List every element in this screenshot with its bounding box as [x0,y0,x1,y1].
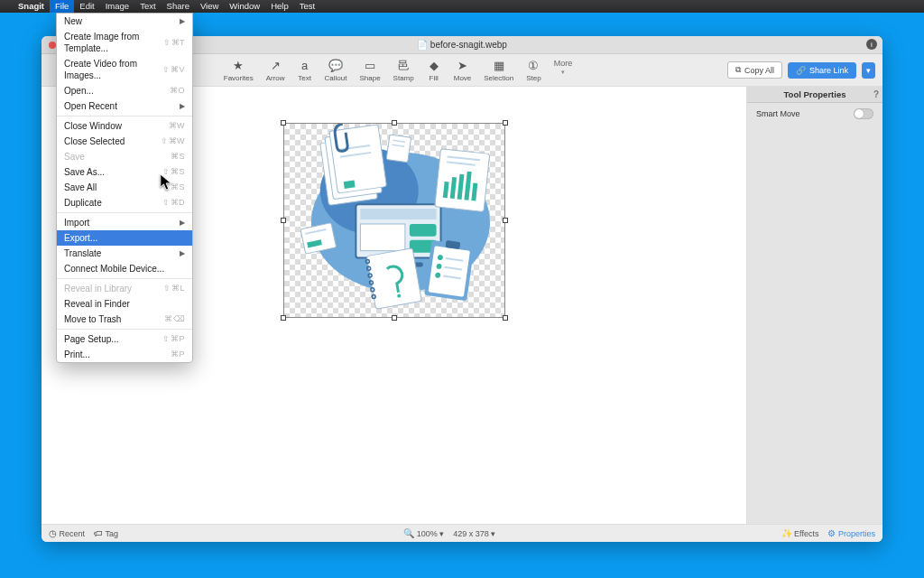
dimensions-label: 429 x 378 ▾ [453,529,495,538]
menubar-app-name[interactable]: Snagit [13,0,50,13]
resize-handle[interactable] [281,315,286,321]
properties-panel: Tool Properties ? Smart Move [747,87,882,524]
tool-fill[interactable]: ◆Fill [427,59,441,82]
svg-rect-3 [360,209,436,219]
tool-favorites[interactable]: ★Favorites [224,59,254,82]
resize-handle[interactable] [503,315,508,321]
tag-icon: 🏷 [94,528,103,538]
share-link-caret[interactable]: ▾ [862,62,875,79]
file-menu-create-image-from-template[interactable]: Create Image from Template...⇧⌘T [57,29,192,56]
svg-rect-11 [328,125,386,193]
magnify-icon: 🔍 [403,528,414,538]
selection-icon: ▦ [492,59,506,73]
svg-rect-4 [360,224,405,251]
status-bar: ◷ Recent 🏷 Tag 🔍 100% ▾ 429 x 378 ▾ ✨ Ef… [42,524,882,542]
menubar-item-help[interactable]: Help [265,0,294,13]
tool-callout[interactable]: 💬Callout [325,59,347,82]
svg-rect-24 [428,246,469,297]
smart-move-toggle[interactable] [854,108,873,119]
gear-icon: ⚙ [827,528,836,538]
menubar-item-text[interactable]: Text [134,0,161,13]
file-menu-save-all[interactable]: Save All⌃⌘S [57,180,192,195]
file-menu-dropdown[interactable]: New▶Create Image from Template...⇧⌘TCrea… [56,13,193,363]
copy-icon: ⧉ [735,65,741,75]
tool-more[interactable]: More▾ [554,59,573,76]
stamp-icon: ⾢ [396,59,411,73]
svg-rect-32 [366,248,421,309]
file-menu-page-setup[interactable]: Page Setup...⇧⌘P [57,331,192,347]
tool-stamp[interactable]: ⾢Stamp [393,59,414,82]
file-menu-new[interactable]: New▶ [57,14,192,29]
tool-shape[interactable]: ▭Shape [359,59,380,82]
resize-handle[interactable] [281,218,286,223]
window-title: 📄 before-snagit.webp [417,40,507,50]
file-menu-export[interactable]: Export... [57,230,192,246]
tool-selection[interactable]: ▦Selection [484,59,513,82]
copy-all-button[interactable]: ⧉Copy All [727,61,782,79]
file-menu-reveal-in-finder[interactable]: Reveal in Finder [57,296,192,312]
file-menu-save-as[interactable]: Save As...⇧⌘S [57,164,192,180]
shape-icon: ▭ [363,59,377,73]
fill-icon: ◆ [427,59,441,73]
document-image [284,124,504,317]
text-icon: a [298,59,312,73]
link-icon: 🔗 [796,66,806,75]
recent-button[interactable]: ◷ Recent [49,528,85,538]
properties-header: Tool Properties ? [747,87,882,103]
svg-rect-12 [343,181,355,190]
tool-arrow[interactable]: ↗Arrow [266,59,285,82]
resize-helalthough-handle[interactable] [392,120,397,126]
file-menu-duplicate[interactable]: Duplicate⇧⌘D [57,195,192,210]
callout-icon: 💬 [328,59,343,73]
resize-handle[interactable] [503,218,508,223]
effects-button[interactable]: ✨ Effects [781,528,819,538]
clock-icon: ◷ [49,528,57,538]
file-menu-close-window[interactable]: Close Window⌘W [57,118,192,134]
menubar-item-test[interactable]: Test [294,0,320,13]
zoom-control[interactable]: 🔍 100% ▾ [403,528,444,538]
file-menu-open-recent[interactable]: Open Recent▶ [57,98,192,114]
properties-button[interactable]: ⚙ Properties [827,528,875,538]
file-menu-connect-mobile-device[interactable]: Connect Mobile Device... [57,261,192,276]
tool-move[interactable]: ➤Move [454,59,472,82]
smart-move-label: Smart Move [756,109,800,118]
step-icon: ① [526,59,541,73]
favorites-icon: ★ [231,59,245,73]
tag-button[interactable]: 🏷 Tag [94,528,118,538]
tool-text[interactable]: aText [298,59,312,82]
mac-menubar: Snagit FileEditImageTextShareViewWindowH… [0,0,924,13]
file-menu-move-to-trash[interactable]: Move to Trash⌘⌫ [57,312,192,327]
tool-step[interactable]: ①Step [526,59,541,82]
resize-handle[interactable] [392,315,397,321]
menubar-item-view[interactable]: View [195,0,224,13]
file-menu-close-selected[interactable]: Close Selected⇧⌘W [57,134,192,149]
wand-icon: ✨ [781,528,792,538]
arrow-icon: ↗ [268,59,282,73]
canvas-selection[interactable] [283,123,505,318]
svg-rect-5 [409,224,436,237]
file-menu-create-video-from-images[interactable]: Create Video from Images...⇧⌘V [57,56,192,83]
file-menu-reveal-in-library: Reveal in Library⇧⌘L [57,281,192,296]
menubar-item-file[interactable]: File [50,0,74,13]
file-menu-print[interactable]: Print...⌘P [57,347,192,362]
menubar-item-edit[interactable]: Edit [74,0,99,13]
close-window-icon[interactable] [49,42,56,49]
info-icon[interactable]: i [866,39,877,50]
file-menu-open[interactable]: Open...⌘O [57,83,192,98]
svg-rect-43 [386,135,411,163]
file-menu-import[interactable]: Import▶ [57,215,192,230]
menubar-item-window[interactable]: Window [224,0,265,13]
menubar-item-image[interactable]: Image [100,0,134,13]
share-link-button[interactable]: 🔗Share Link [788,62,856,79]
move-icon: ➤ [456,59,470,73]
resize-handle[interactable] [503,120,508,126]
file-menu-save: Save⌘S [57,149,192,164]
resize-handle[interactable] [281,120,286,126]
help-icon[interactable]: ? [873,89,879,99]
file-menu-translate[interactable]: Translate▶ [57,246,192,261]
menubar-item-share[interactable]: Share [162,0,195,13]
